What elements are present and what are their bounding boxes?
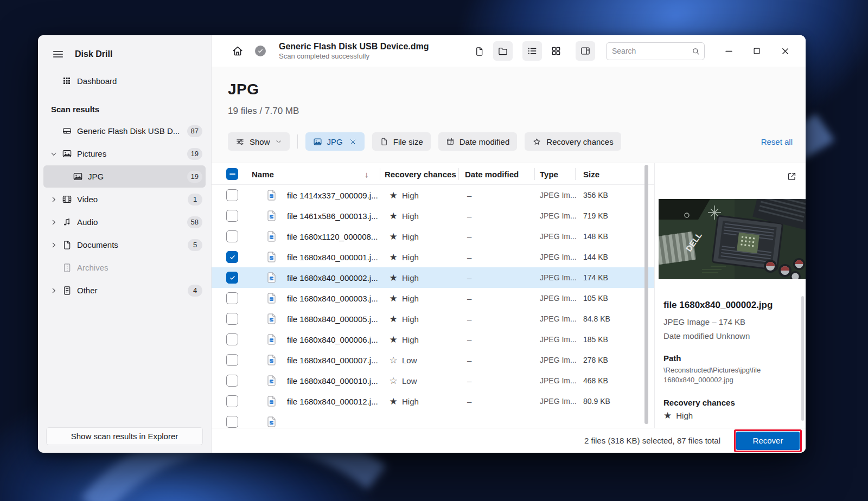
file-name: file 1680x840_000006.j... (287, 329, 378, 350)
preview-panel-button[interactable] (576, 41, 595, 61)
date-modified: – (467, 329, 471, 350)
show-in-explorer-button[interactable]: Show scan results in Explorer (46, 427, 203, 445)
sidebar-item-dashboard[interactable]: Dashboard (38, 70, 211, 92)
row-checkbox[interactable] (226, 354, 238, 366)
sidebar-item-generic-flash-disk-usb-d[interactable]: Generic Flash Disk USB D... 87 (43, 120, 206, 142)
select-all-checkbox[interactable] (226, 168, 238, 180)
new-file-button[interactable] (469, 41, 489, 61)
grid-view-button[interactable] (546, 41, 566, 61)
recovery-star-icon: ★ (388, 288, 399, 309)
table-row[interactable]: file 1680x840_000007.j... ☆ Low – JPEG I… (212, 350, 654, 370)
menu-button[interactable] (51, 48, 65, 60)
recovery-star-icon: ★ (388, 309, 399, 329)
detail-recovery-label: Recovery chances (663, 398, 795, 407)
table-row[interactable]: file 1461x586_000013.j... ★ High – JPEG … (212, 205, 654, 226)
recovery-chance: High (402, 391, 419, 412)
file-size: 185 KB (583, 329, 608, 350)
item-icon (62, 262, 77, 273)
file-type: JPEG Im... (540, 226, 577, 247)
file-size-filter-button[interactable]: File size (372, 132, 431, 151)
file-name: file 1680x840_000003.j... (287, 288, 378, 309)
table-row[interactable]: file 1680x840_000001.j... ★ High – JPEG … (212, 247, 654, 267)
file-size: 84.8 KB (583, 309, 610, 329)
table-row[interactable]: file 1680x840_000010.j... ☆ Low – JPEG I… (212, 370, 654, 391)
date-modified: – (467, 185, 471, 205)
list-view-button[interactable] (522, 41, 542, 61)
file-type: JPEG Im... (540, 185, 577, 205)
row-checkbox[interactable] (226, 251, 238, 263)
sidebar-item-audio[interactable]: Audio 58 (43, 211, 206, 233)
jpg-filter-chip[interactable]: JPG (305, 132, 365, 151)
column-header-date[interactable]: Date modified (465, 163, 519, 185)
row-checkbox[interactable] (226, 292, 238, 304)
table-row[interactable]: file 1680x840_000002.j... ★ High – JPEG … (212, 267, 654, 288)
date-modified: – (467, 391, 471, 412)
recovery-chances-filter-button[interactable]: Recovery chances (525, 132, 621, 151)
sidebar-item-archives[interactable]: Archives (43, 256, 206, 279)
row-checkbox[interactable] (226, 416, 238, 428)
row-checkbox[interactable] (226, 333, 238, 345)
remove-jpg-filter-icon[interactable] (349, 138, 357, 146)
row-checkbox[interactable] (226, 210, 238, 222)
home-button[interactable] (228, 41, 247, 61)
table-row[interactable]: file 1680x840_000005.j... ★ High – JPEG … (212, 309, 654, 329)
close-button[interactable] (773, 41, 797, 61)
count-badge: 87 (187, 125, 202, 137)
column-header-recovery[interactable]: Recovery chances (385, 163, 456, 185)
minimize-button[interactable] (717, 41, 741, 61)
chevron-icon[interactable] (50, 241, 62, 249)
sidebar-item-video[interactable]: Video 1 (43, 188, 206, 210)
open-folder-button[interactable] (493, 41, 513, 61)
table-row[interactable]: file 1680x840_000006.j... ★ High – JPEG … (212, 329, 654, 350)
row-checkbox[interactable] (226, 395, 238, 407)
recover-button-highlight: Recover (734, 429, 802, 452)
table-row[interactable]: file 1680x840_000012.j... ★ High – JPEG … (212, 391, 654, 412)
sidebar-item-other[interactable]: Other 4 (43, 279, 206, 301)
sidebar-item-pictures[interactable]: Pictures 19 (43, 143, 206, 165)
table-scrollbar[interactable] (644, 165, 648, 424)
sort-descending-icon[interactable]: ↓ (365, 163, 369, 185)
item-icon (62, 126, 77, 136)
file-size: 719 KB (583, 205, 608, 226)
recover-button[interactable]: Recover (736, 432, 800, 450)
file-name: file 1680x1120_000008... (287, 226, 378, 247)
table-row[interactable]: file 1680x840_000003.j... ★ High – JPEG … (212, 288, 654, 309)
table-row[interactable]: file 1414x337_000009.j... ★ High – JPEG … (212, 185, 654, 205)
jpeg-file-icon (267, 267, 276, 288)
table-row[interactable]: file 1680x1120_000008... ★ High – JPEG I… (212, 226, 654, 247)
column-header-name[interactable]: Name (252, 163, 274, 185)
chevron-icon[interactable] (50, 150, 62, 158)
row-checkbox[interactable] (226, 230, 238, 242)
search-input[interactable] (606, 42, 705, 60)
chevron-icon[interactable] (50, 219, 62, 226)
file-name: file 1680x840_000002.j... (287, 267, 378, 288)
app-title: Disk Drill (75, 49, 112, 59)
chevron-icon[interactable] (50, 287, 62, 294)
sidebar-item-jpg[interactable]: JPG 19 (43, 165, 206, 188)
chevron-icon[interactable] (50, 196, 62, 203)
detail-recovery-value: High (676, 411, 693, 420)
column-header-type[interactable]: Type (540, 163, 558, 185)
sidebar-item-documents[interactable]: Documents 5 (43, 234, 206, 256)
details-scrollbar[interactable] (801, 296, 804, 421)
show-filter-button[interactable]: Show (228, 132, 290, 151)
jpeg-file-icon (267, 185, 276, 205)
row-checkbox[interactable] (226, 189, 238, 201)
column-header-size[interactable]: Size (583, 163, 599, 185)
scan-results-tree: Generic Flash Disk USB D... 87 Pictures … (38, 119, 211, 302)
reset-all-link[interactable]: Reset all (761, 137, 793, 146)
jpeg-file-icon (267, 205, 276, 226)
date-modified-filter-button[interactable]: Date modified (438, 132, 518, 151)
row-checkbox[interactable] (226, 313, 238, 325)
row-checkbox[interactable] (226, 272, 238, 284)
row-checkbox[interactable] (226, 375, 238, 387)
recovery-star-icon: ★ (388, 226, 399, 247)
star-icon (532, 137, 541, 146)
maximize-button[interactable] (745, 41, 769, 61)
count-badge: 4 (188, 285, 202, 297)
table-row[interactable] (212, 412, 654, 428)
open-preview-icon[interactable] (784, 169, 799, 184)
sidebar-item-label: Audio (77, 217, 187, 227)
file-type: JPEG Im... (540, 329, 577, 350)
recovery-star-icon (388, 412, 399, 428)
